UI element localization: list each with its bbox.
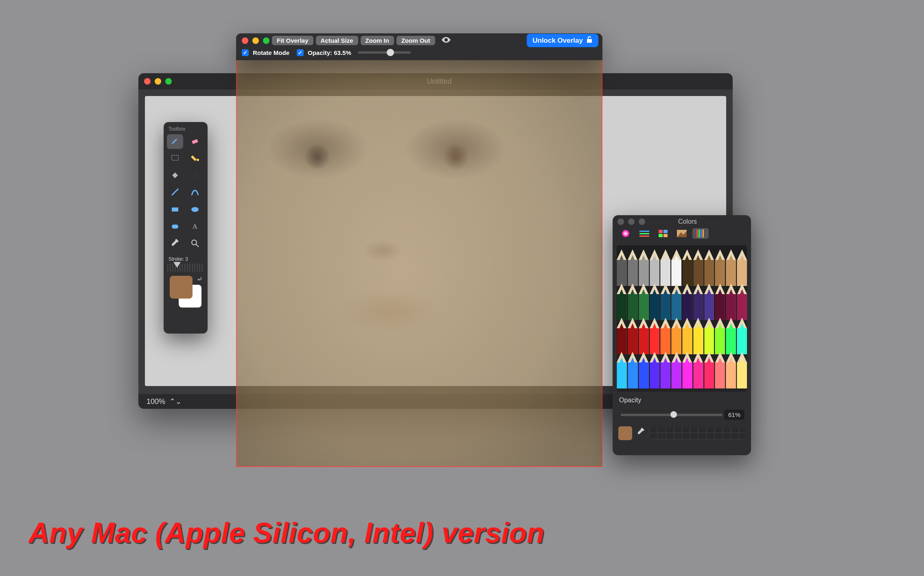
wheel-tab[interactable] — [617, 228, 634, 239]
pencil-swatch[interactable] — [671, 352, 681, 388]
svg-line-11 — [196, 244, 199, 247]
tool-magnifier[interactable] — [187, 237, 203, 251]
pencil-swatch[interactable] — [693, 284, 703, 320]
svg-rect-6 — [172, 207, 178, 212]
colors-opacity-value: 61% — [724, 410, 744, 420]
rotate-mode-checkbox[interactable]: ✓ — [242, 49, 249, 56]
visibility-icon[interactable] — [441, 36, 451, 45]
pencil-swatch[interactable] — [715, 284, 725, 320]
pencil-swatch[interactable] — [737, 318, 747, 354]
pencil-swatch[interactable] — [650, 284, 660, 320]
pencil-swatch[interactable] — [737, 352, 747, 388]
tool-brush[interactable] — [167, 134, 183, 149]
pencil-swatch[interactable] — [682, 284, 692, 320]
pencil-swatch[interactable] — [660, 249, 670, 286]
pencil-swatch[interactable] — [737, 249, 747, 286]
pencil-swatch[interactable] — [660, 318, 670, 354]
pencil-swatch[interactable] — [693, 352, 703, 388]
zoom-readout[interactable]: 100% ⌃⌄ — [147, 397, 182, 406]
zoom-out-button[interactable]: Zoom Out — [396, 36, 435, 45]
pencil-swatch[interactable] — [650, 318, 660, 354]
fit-overlay-button[interactable]: Fit Overlay — [272, 36, 313, 45]
pencil-swatch[interactable] — [650, 249, 660, 286]
tool-eyedropper[interactable] — [167, 237, 183, 251]
pencil-swatch[interactable] — [704, 352, 714, 388]
unlock-overlay-button[interactable]: Unlock Overlay — [527, 34, 598, 47]
pencil-swatch[interactable] — [693, 249, 703, 286]
pencil-swatch[interactable] — [660, 352, 670, 388]
overlay-toolbar: Fit Overlay Actual Size Zoom In Zoom Out… — [236, 33, 602, 60]
tool-curve[interactable] — [187, 185, 203, 200]
pencil-swatch[interactable] — [617, 352, 627, 388]
zoom-in-button[interactable]: Zoom In — [361, 36, 394, 45]
pencil-swatch[interactable] — [639, 249, 649, 286]
color-swatches[interactable]: ⤾ — [170, 276, 201, 308]
zoom-stepper-icon: ⌃⌄ — [169, 397, 182, 406]
overlay-close-dot[interactable] — [242, 37, 248, 44]
svg-rect-13 — [639, 231, 649, 232]
opacity-checkbox[interactable]: ✓ — [297, 49, 304, 56]
pencil-swatch[interactable] — [726, 352, 736, 388]
tool-marquee[interactable] — [167, 151, 183, 166]
pencils-area[interactable] — [617, 245, 747, 392]
palettes-tab[interactable] — [655, 228, 671, 239]
pencil-swatch[interactable] — [671, 284, 681, 320]
overlay-zoom-dot[interactable] — [263, 37, 269, 44]
pencil-swatch[interactable] — [671, 249, 681, 286]
pencil-swatch[interactable] — [726, 284, 736, 320]
sliders-tab[interactable] — [636, 228, 652, 239]
current-color-swatch[interactable] — [618, 426, 632, 440]
pencil-swatch[interactable] — [715, 249, 725, 286]
pencil-swatch[interactable] — [617, 318, 627, 354]
foreground-swatch[interactable] — [170, 276, 193, 299]
close-dot[interactable] — [144, 78, 151, 85]
tool-rounded-rect[interactable] — [167, 220, 183, 234]
pencil-swatch[interactable] — [682, 352, 692, 388]
pencil-swatch[interactable] — [693, 318, 703, 354]
toolbox-title: Toolbox — [167, 125, 204, 134]
tool-rect[interactable] — [167, 203, 183, 217]
overlay-opacity-slider[interactable] — [358, 51, 411, 54]
pencil-swatch[interactable] — [726, 318, 736, 354]
pencil-swatch[interactable] — [671, 318, 681, 354]
actual-size-button[interactable]: Actual Size — [316, 36, 358, 45]
overlay-image[interactable] — [236, 59, 602, 467]
pencil-swatch[interactable] — [628, 249, 638, 286]
pencil-swatch[interactable] — [715, 318, 725, 354]
pencil-swatch[interactable] — [660, 284, 670, 320]
pencil-swatch[interactable] — [682, 318, 692, 354]
tool-ellipse[interactable] — [187, 203, 203, 217]
tool-eraser[interactable] — [187, 134, 203, 149]
eyedropper-icon[interactable] — [636, 428, 645, 439]
colors-opacity-slider[interactable] — [621, 414, 723, 416]
tool-bucket[interactable] — [167, 168, 183, 183]
swatch-wells[interactable] — [649, 427, 745, 439]
tool-fill[interactable] — [187, 151, 203, 166]
pencil-swatch[interactable] — [682, 249, 692, 286]
tool-bomb[interactable] — [187, 168, 203, 183]
brush-icon — [170, 136, 180, 147]
overlay-minimize-dot[interactable] — [252, 37, 259, 44]
pencil-swatch[interactable] — [639, 318, 649, 354]
pencil-swatch[interactable] — [737, 284, 747, 320]
pencil-swatch[interactable] — [650, 352, 660, 388]
pencil-swatch[interactable] — [617, 284, 627, 320]
tool-text[interactable]: A — [187, 220, 203, 234]
pencil-swatch[interactable] — [715, 352, 725, 388]
pencil-swatch[interactable] — [726, 249, 736, 286]
pencil-swatch[interactable] — [628, 352, 638, 388]
pencil-swatch[interactable] — [639, 284, 649, 320]
pencil-swatch[interactable] — [628, 318, 638, 354]
image-tab[interactable] — [674, 228, 690, 239]
pencil-swatch[interactable] — [704, 249, 714, 286]
pencil-swatch[interactable] — [704, 284, 714, 320]
swap-colors-icon[interactable]: ⤾ — [197, 275, 202, 283]
pencil-swatch[interactable] — [628, 284, 638, 320]
tool-line[interactable] — [167, 185, 183, 200]
pencil-swatch[interactable] — [704, 318, 714, 354]
pencil-swatch[interactable] — [639, 352, 649, 388]
pencils-tab[interactable] — [692, 228, 709, 239]
pencil-swatch[interactable] — [617, 249, 627, 286]
stroke-slider[interactable] — [168, 264, 204, 272]
colors-close-dot[interactable] — [617, 218, 624, 225]
